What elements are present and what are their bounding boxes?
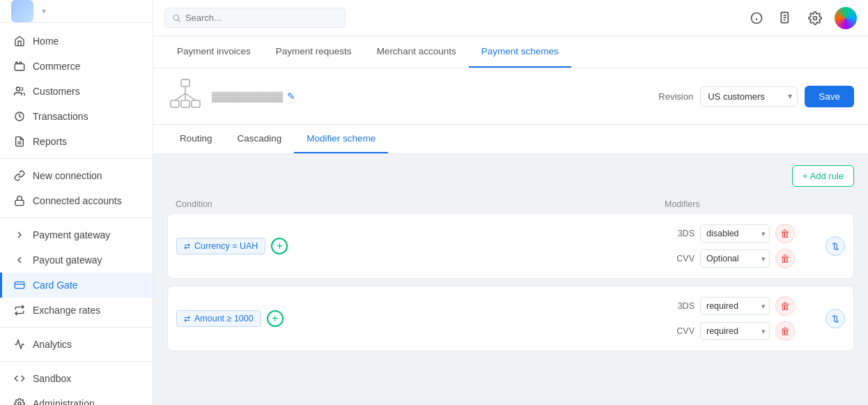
modifier-cvv-label-2: CVV [672,326,695,336]
add-rule-row: + Add rule [167,165,854,187]
modifier-row-cvv-1: CVV Optional required disabled 🗑 [672,249,812,268]
content-area: Payment invoices Payment requests Mercha… [153,36,868,405]
rule-2-modifiers: 3DS disabled required optional 🗑 CVV [672,296,812,341]
svg-rect-19 [181,79,189,86]
tab-payment-invoices[interactable]: Payment invoices [164,36,263,68]
sidebar-item-payout-gateway[interactable]: Payout gateway [0,247,153,273]
filter-icon: ⇄ [184,314,190,323]
modifier-3ds-select-1[interactable]: disabled required optional [700,224,770,243]
sidebar-item-home[interactable]: Home [0,29,153,54]
svg-rect-22 [192,100,200,107]
rule-1-sort: ⇅ [826,236,845,256]
add-rule-button[interactable]: + Add rule [792,165,854,187]
reports-icon [13,135,26,148]
sidebar-item-sandbox[interactable]: Sandbox [0,366,153,391]
chevron-down-icon: ▾ [42,6,46,16]
customers-icon [13,85,26,98]
search-icon [172,13,181,23]
sidebar-item-label: Connected accounts [33,195,122,206]
modifier-cvv-select-1[interactable]: Optional required disabled [700,250,770,268]
analytics-icon [13,338,26,351]
sidebar-item-transactions[interactable]: Transactions [0,104,153,129]
transactions-icon [13,110,26,123]
sidebar-item-label: Reports [33,136,67,147]
logo-avatar [11,0,33,22]
tab-merchant-accounts[interactable]: Merchant accounts [364,36,469,68]
sandbox-icon [13,372,26,385]
sidebar-divider [0,361,153,362]
scheme-revision: Revision US customers Save [658,86,854,107]
sidebar-item-label: Customers [33,86,80,97]
sidebar-item-label: Commerce [33,61,80,72]
svg-line-26 [185,93,196,100]
modifier-3ds-select-wrap-1: disabled required optional [700,224,770,243]
svg-rect-5 [15,200,24,205]
main-content: Payment invoices Payment requests Mercha… [153,0,868,405]
rule-1-modifiers: 3DS disabled required optional 🗑 CVV [672,224,812,268]
rule-row: ⇄ Currency = UAH + 3DS disabled required… [167,213,854,279]
rule-1-condition: ⇄ Currency = UAH + [176,238,664,254]
modifier-3ds-select-2[interactable]: disabled required optional [700,297,770,315]
sidebar: ▾ HomeCommerceCustomersTransactionsRepor… [0,0,153,405]
condition-tag-text-2: Amount ≥ 1000 [194,314,254,323]
tab-modifier-scheme[interactable]: Modifier scheme [294,125,388,153]
tab-cascading[interactable]: Cascading [225,125,295,153]
sidebar-logo[interactable]: ▾ [0,0,153,23]
modifier-3ds-label-2: 3DS [672,301,695,311]
document-icon[interactable] [776,8,796,28]
sidebar-item-reports[interactable]: Reports [0,129,153,154]
condition-tag-currency: ⇄ Currency = UAH [176,238,265,254]
sidebar-item-new-connection[interactable]: New connection [0,163,153,188]
delete-cvv-2-button[interactable]: 🗑 [775,321,795,341]
commerce-icon [13,60,26,72]
tab-payment-requests[interactable]: Payment requests [263,36,364,68]
home-icon [13,35,26,47]
search-box[interactable] [164,8,346,28]
revision-select[interactable]: US customers [700,86,798,107]
edit-icon[interactable]: ✎ [287,91,295,102]
payment-gateway-icon [13,229,26,241]
tab-payment-schemes[interactable]: Payment schemes [469,36,571,68]
settings-icon[interactable] [805,8,825,28]
sidebar-item-label: Payout gateway [33,254,102,266]
modifier-cvv-select-2[interactable]: Optional required disabled [700,322,770,340]
user-avatar[interactable] [835,7,857,29]
delete-cvv-1-button[interactable]: 🗑 [775,249,795,268]
svg-rect-20 [171,100,179,107]
info-icon[interactable] [747,8,766,28]
sidebar-item-connected-accounts[interactable]: Connected accounts [0,188,153,213]
delete-3ds-2-button[interactable]: 🗑 [775,296,795,316]
add-condition-button-2[interactable]: + [267,310,284,327]
modifier-3ds-label-1: 3DS [672,229,695,238]
save-button[interactable]: Save [805,86,854,107]
sidebar-divider [0,217,153,218]
sidebar-item-label: Payment gateway [33,229,110,240]
sort-button-2[interactable]: ⇅ [826,309,845,328]
add-condition-button-1[interactable]: + [271,238,288,254]
modifier-cvv-select-wrap-2: Optional required disabled [700,322,770,340]
scheme-diagram-icon [167,77,203,116]
sidebar-item-exchange-rates[interactable]: Exchange rates [0,298,153,323]
rule-2-condition: ⇄ Amount ≥ 1000 + [176,310,664,327]
modifiers-header: Modifiers [665,199,846,209]
scheme-name: ▓▓▓▓▓▓▓▓▓▓ ✎ [212,91,295,102]
sidebar-item-customers[interactable]: Customers [0,79,153,104]
delete-3ds-1-button[interactable]: 🗑 [775,224,795,243]
sidebar-item-analytics[interactable]: Analytics [0,332,153,357]
topbar [153,0,868,36]
sort-button-1[interactable]: ⇅ [826,236,845,256]
svg-point-1 [16,87,20,91]
svg-point-9 [173,15,179,20]
svg-line-24 [175,93,185,100]
sidebar-item-payment-gateway[interactable]: Payment gateway [0,222,153,247]
payout-gateway-icon [13,254,26,266]
tab-routing[interactable]: Routing [167,125,225,153]
sidebar-item-commerce[interactable]: Commerce [0,54,153,79]
new-connection-icon [13,169,26,182]
sidebar-item-administration[interactable]: Administration [0,391,153,405]
condition-tag-amount: ⇄ Amount ≥ 1000 [176,310,261,327]
sidebar-item-card-gate[interactable]: Card Gate [0,273,153,298]
search-input[interactable] [185,13,338,23]
rules-area: + Add rule Condition Modifiers ⇄ Currenc… [153,154,868,369]
card-gate-icon [13,279,26,291]
